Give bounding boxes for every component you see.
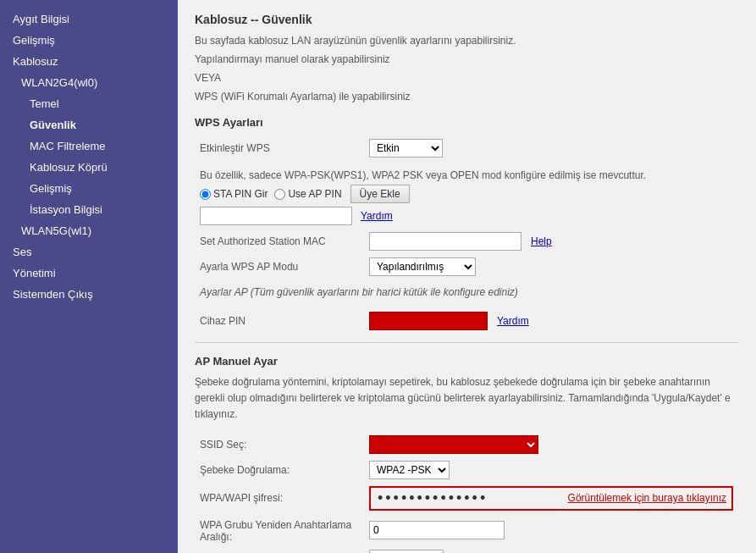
auth-mac-input[interactable] bbox=[369, 232, 521, 251]
help-link-2[interactable]: Help bbox=[531, 235, 552, 247]
wpa-rekey-label: WPA Grubu Yeniden Anahtarlama Aralığı: bbox=[195, 514, 364, 546]
enable-wps-label: Etkinleştir WPS bbox=[195, 135, 364, 161]
add-member-button[interactable]: Üye Ekle bbox=[350, 185, 410, 203]
sidebar-item-temel[interactable]: Temel bbox=[0, 93, 178, 114]
sta-pin-input[interactable] bbox=[200, 207, 352, 225]
ssid-select[interactable] bbox=[369, 435, 538, 454]
wpa-rekey-input[interactable] bbox=[369, 521, 505, 539]
ap-manual-form: SSID Seç: Şebeke Doğrulama: WPA2 -PSKWPA… bbox=[195, 432, 739, 553]
page-desc3: VEYA bbox=[195, 70, 739, 86]
page-desc4: WPS (WiFi Korumalı Ayarlama) ile yapabil… bbox=[195, 89, 739, 104]
ap-note: Ayarlar AP (Tüm güvenlik ayarlarını bir … bbox=[200, 286, 734, 298]
sidebar-item-gelismis2[interactable]: Gelişmiş bbox=[0, 178, 178, 199]
device-pin-input[interactable] bbox=[369, 312, 488, 330]
show-password-link[interactable]: Görüntülemek için buraya tıklayınız bbox=[563, 490, 731, 506]
wpa-password-wrapper: •••••••••••••• Görüntülemek için buraya … bbox=[369, 486, 733, 511]
sidebar-item-sistemden-cikis[interactable]: Sistemden Çıkış bbox=[0, 284, 178, 305]
page-desc1: Bu sayfada kablosuz LAN arayüzünün güven… bbox=[195, 33, 739, 48]
wps-ap-select[interactable]: YapılandırılmışYapılandırılmamış bbox=[369, 257, 476, 276]
sta-pin-label[interactable]: STA PIN Gir bbox=[200, 188, 268, 200]
pin-input-group: Yardım bbox=[200, 207, 734, 225]
sidebar-item-wlan5g1[interactable]: WLAN5G(wl1) bbox=[0, 220, 178, 241]
add-client-note: Bu özellik, sadece WPA-PSK(WPS1), WPA2 P… bbox=[200, 169, 734, 181]
sidebar-item-guvenlik[interactable]: Güvenlik bbox=[0, 114, 178, 135]
network-auth-label: Şebeke Doğrulama: bbox=[195, 457, 364, 483]
main-content: Kablosuz -- Güvenlik Bu sayfada kablosuz… bbox=[178, 0, 756, 553]
ap-manual-header: AP Manuel Ayar bbox=[195, 355, 739, 368]
sidebar-item-kablosuz-kopru[interactable]: Kablosuz Köprü bbox=[0, 157, 178, 178]
enable-wps-select[interactable]: EtkinDevre Dışı bbox=[369, 139, 443, 158]
use-ap-pin-radio[interactable] bbox=[274, 189, 285, 200]
wpa-crypto-label: WPA/WAPI Kriptolama: bbox=[195, 546, 364, 553]
sidebar-item-yonetimi[interactable]: Yönetimi bbox=[0, 263, 178, 284]
set-auth-mac-label: Set Authorized Station MAC bbox=[195, 229, 364, 254]
ssid-label: SSID Seç: bbox=[195, 432, 364, 457]
set-wps-ap-label: Ayarla WPS AP Modu bbox=[195, 254, 364, 279]
divider-1 bbox=[195, 342, 739, 343]
sidebar: Aygıt BilgisiGelişmişKablosuzWLAN2G4(wl0… bbox=[0, 0, 178, 553]
wps-form: Etkinleştir WPS EtkinDevre Dışı Bu özell… bbox=[195, 135, 739, 334]
sta-pin-radio[interactable] bbox=[200, 189, 211, 200]
sidebar-item-mac-filtreleme[interactable]: MAC Filtreleme bbox=[0, 135, 178, 157]
sidebar-item-kablosuz[interactable]: Kablosuz bbox=[0, 51, 178, 72]
page-desc2: Yapılandırmayı manuel olarak yapabilirsi… bbox=[195, 52, 739, 67]
use-ap-pin-label[interactable]: Use AP PIN bbox=[274, 188, 341, 200]
help-link-1[interactable]: Yardım bbox=[361, 210, 393, 222]
sidebar-item-wlan2g4[interactable]: WLAN2G4(wl0) bbox=[0, 72, 178, 93]
ap-manual-desc: Şebeke doğrulama yöntemini, kriptolamayı… bbox=[195, 374, 739, 423]
sidebar-item-ses[interactable]: Ses bbox=[0, 241, 178, 263]
page-title: Kablosuz -- Güvenlik bbox=[195, 13, 739, 26]
sidebar-item-istasyon-bilgisi[interactable]: İstasyon Bilgisi bbox=[0, 199, 178, 220]
device-pin-label: Cihaz PIN bbox=[195, 308, 364, 334]
sidebar-item-aygit-bilgisi[interactable]: Aygıt Bilgisi bbox=[0, 8, 178, 30]
sidebar-item-gelismis[interactable]: Gelişmiş bbox=[0, 30, 178, 51]
pin-options: STA PIN Gir Use AP PIN bbox=[200, 188, 342, 200]
help-link-3[interactable]: Yardım bbox=[497, 315, 529, 327]
wps-section-header: WPS Ayarları bbox=[195, 116, 739, 129]
wpa-password-label: WPA/WAPI şifresi: bbox=[195, 483, 364, 514]
wpa-crypto-select[interactable]: AESTKIPTKIP+AES bbox=[369, 550, 444, 553]
wpa-password-dots: •••••••••••••• bbox=[371, 488, 563, 509]
network-auth-select[interactable]: WPA2 -PSKWPA -PSKOPENWEP bbox=[369, 461, 450, 479]
